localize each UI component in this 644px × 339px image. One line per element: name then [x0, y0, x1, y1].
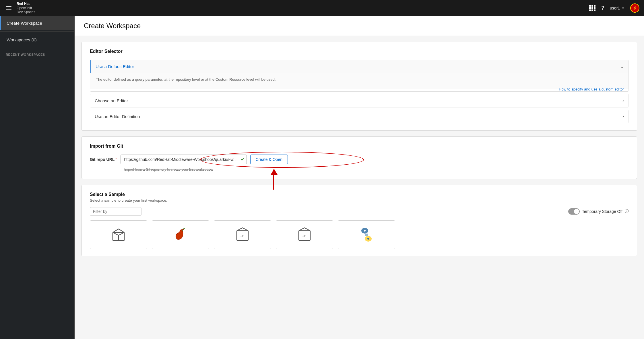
git-form: Git repo URL * ✔ Create & Open — [90, 155, 629, 164]
temp-storage-row: Temporary Storage Off ⓘ — [568, 208, 629, 215]
editor-option-default-header[interactable]: Use a Default Editor ⌄ — [90, 60, 629, 73]
chevron-down-icon: ⌄ — [620, 64, 624, 69]
select-sample-card: Select a Sample Select a sample to creat… — [82, 185, 637, 256]
brand-line1: Red Hat — [17, 2, 35, 6]
git-hint-text: Import from a Git repository to create y… — [124, 167, 213, 172]
git-label-wrapper: Git repo URL * — [90, 157, 117, 162]
create-open-button[interactable]: Create & Open — [250, 155, 288, 164]
svg-point-8 — [364, 230, 366, 232]
editor-selector-title: Editor Selector — [90, 49, 629, 54]
user-dropdown-arrow: ▼ — [622, 7, 624, 10]
svg-text:JS: JS — [303, 234, 307, 238]
user-menu[interactable]: user1 ▼ — [610, 6, 624, 10]
hamburger-menu[interactable] — [5, 5, 13, 11]
import-git-card: Import from Git Git repo URL * ✔ — [82, 136, 637, 179]
editor-option-choose: Choose an Editor › — [90, 94, 629, 107]
page-header: Create Workspace — [75, 16, 644, 36]
nodejs2-icon: JS — [296, 227, 313, 243]
filter-input[interactable] — [90, 207, 141, 216]
sidebar-item-create-workspace[interactable]: Create Workspace — [0, 16, 74, 30]
sample-filter-row: Temporary Storage Off ⓘ — [90, 207, 629, 216]
samples-row: JS JS — [90, 220, 629, 249]
svg-point-9 — [367, 238, 369, 240]
editor-option-definition-title: Use an Editor Definition — [95, 114, 140, 119]
git-input-wrapper: ✔ — [121, 155, 247, 164]
editor-option-default-body: The editor defined as a query parameter,… — [90, 73, 629, 89]
editor-option-definition: Use an Editor Definition › — [90, 110, 629, 123]
required-indicator: * — [115, 157, 117, 162]
editor-option-default-title: Use a Default Editor — [96, 64, 134, 69]
temp-storage-toggle[interactable] — [568, 208, 580, 215]
git-form-container: Git repo URL * ✔ Create & Open Import fr… — [90, 155, 629, 172]
page-title: Create Workspace — [84, 22, 635, 30]
svg-text:JS: JS — [241, 234, 245, 238]
grid-icon[interactable] — [589, 5, 595, 11]
import-git-title: Import from Git — [90, 144, 629, 149]
custom-editor-link[interactable]: How to specify and use a custom editor — [559, 87, 624, 91]
username-label: user1 — [610, 6, 620, 10]
git-url-input[interactable] — [121, 155, 247, 164]
recent-workspaces-label: RECENT WORKSPACES — [0, 49, 74, 58]
editor-option-default: Use a Default Editor ⌄ The editor define… — [90, 60, 629, 92]
sample-header: Select a Sample Select a sample to creat… — [90, 192, 629, 203]
chevron-right-icon-definition: › — [622, 114, 624, 119]
editor-selector-card: Editor Selector Use a Default Editor ⌄ T… — [82, 42, 637, 131]
editor-option-definition-header[interactable]: Use an Editor Definition › — [90, 110, 629, 123]
sample-card-3[interactable]: JS — [214, 220, 271, 249]
main-content: Create Workspace Editor Selector Use a D… — [75, 16, 644, 339]
brand-line3: Dev Spaces — [17, 10, 35, 14]
sample-subtitle: Select a sample to create your first wor… — [90, 198, 629, 203]
avatar[interactable]: ⚡ — [630, 3, 639, 13]
nodejs-icon: JS — [234, 227, 251, 243]
chevron-right-icon-choose: › — [622, 98, 624, 103]
cube-icon — [110, 227, 127, 243]
brand-logo: Red Hat OpenShift Dev Spaces — [17, 2, 35, 14]
git-url-label: Git repo URL — [90, 157, 115, 162]
temp-storage-label: Temporary Storage Off — [582, 209, 622, 214]
chili-icon — [172, 227, 189, 243]
sample-card-2[interactable] — [152, 220, 209, 249]
editor-option-choose-header[interactable]: Choose an Editor › — [90, 94, 629, 107]
sidebar: Create Workspace Workspaces (0) RECENT W… — [0, 16, 75, 339]
sample-card-4[interactable]: JS — [276, 220, 333, 249]
help-icon[interactable]: ? — [601, 5, 604, 11]
temp-storage-help-icon[interactable]: ⓘ — [625, 209, 629, 214]
valid-check-icon: ✔ — [241, 157, 245, 162]
sample-card-5[interactable] — [338, 220, 395, 249]
editor-option-choose-title: Choose an Editor — [95, 98, 128, 103]
top-navigation: Red Hat OpenShift Dev Spaces ? user1 ▼ ⚡ — [0, 0, 644, 16]
sample-card-1[interactable] — [90, 220, 147, 249]
top-nav-actions: ? user1 ▼ ⚡ — [589, 3, 639, 13]
sidebar-item-workspaces[interactable]: Workspaces (0) — [0, 33, 74, 47]
editor-option-default-desc: The editor defined as a query parameter,… — [96, 77, 624, 82]
python-icon — [358, 227, 375, 243]
sample-title: Select a Sample — [90, 192, 629, 197]
brand-line2: OpenShift — [17, 6, 35, 10]
